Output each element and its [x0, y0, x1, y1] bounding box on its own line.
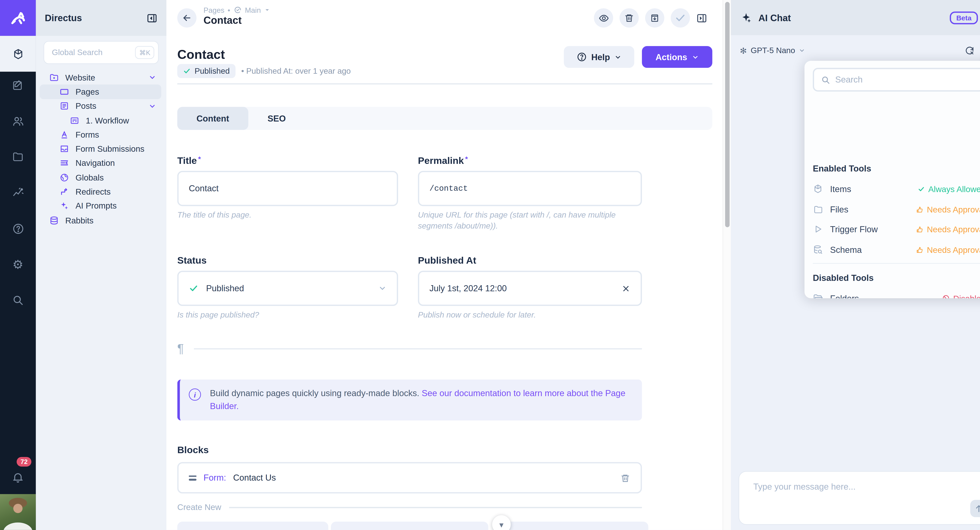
published-at-field-note: Publish now or schedule for later.: [418, 310, 536, 321]
save-button[interactable]: [671, 8, 690, 27]
right-panel-toggle[interactable]: [697, 13, 707, 24]
approval-hand-icon: [916, 205, 924, 213]
chevron-down-icon: [378, 284, 387, 293]
help-button[interactable]: Help: [564, 46, 634, 68]
main-scrollbar[interactable]: [723, 0, 731, 530]
folder-star-icon: [49, 73, 59, 82]
model-selector[interactable]: GPT-5 Nano: [751, 46, 795, 55]
redirect-icon: [60, 187, 69, 197]
users-icon: [12, 115, 24, 127]
create-block-card[interactable]: [177, 522, 328, 530]
disabled-tools-heading: Disabled Tools: [813, 273, 873, 283]
module-help[interactable]: [0, 216, 36, 241]
sidebar-item-forms[interactable]: Forms: [36, 127, 166, 142]
module-search[interactable]: [0, 287, 36, 313]
chat-message-box[interactable]: [738, 471, 980, 525]
tool-status: Needs Approval: [916, 224, 980, 234]
check-icon: [918, 185, 925, 192]
status-select[interactable]: Published: [177, 271, 398, 306]
sidebar-item-workflow[interactable]: 1. Workflow: [36, 113, 166, 127]
tool-status: Needs Approval: [916, 245, 980, 255]
page-header: Pages • Main Contact: [166, 0, 723, 36]
sidebar-header: Directus: [36, 0, 166, 36]
module-content-active[interactable]: [0, 36, 36, 72]
cube-icon: [12, 48, 24, 60]
eye-icon: [598, 13, 609, 24]
page-title: Contact: [204, 15, 270, 26]
chevron-down-icon: [149, 74, 156, 81]
sidebar-item-navigation[interactable]: Navigation: [36, 156, 166, 170]
ai-chat-header: AI Chat Beta: [731, 0, 980, 35]
actions-button[interactable]: Actions: [642, 46, 712, 68]
info-icon: i: [189, 388, 201, 401]
search-icon: [821, 75, 830, 84]
global-search-input[interactable]: [52, 48, 135, 57]
notifications-button[interactable]: 72: [0, 465, 36, 490]
model-row: ✻ GPT-5 Nano ⚙: [731, 42, 980, 59]
arrow-down-icon: ▼: [498, 520, 505, 528]
sidebar-item-website[interactable]: Website: [36, 70, 166, 85]
create-block-card[interactable]: [500, 522, 648, 530]
schema-icon: [813, 244, 823, 255]
sidebar-item-ai-prompts[interactable]: AI Prompts: [36, 199, 166, 213]
user-avatar[interactable]: [0, 494, 36, 530]
sidebar-item-redirects[interactable]: Redirects: [36, 185, 166, 199]
tab-content[interactable]: Content: [177, 107, 248, 130]
permalink-input[interactable]: /contact: [418, 171, 642, 206]
tools-search[interactable]: [813, 68, 980, 92]
delete-button[interactable]: [620, 8, 639, 27]
sidebar-item-posts[interactable]: Posts: [36, 99, 166, 113]
create-block-card[interactable]: [331, 522, 488, 530]
module-users[interactable]: [0, 108, 36, 134]
preview-button[interactable]: [594, 8, 613, 27]
sidebar-item-rabbits[interactable]: Rabbits: [36, 213, 166, 228]
approval-hand-icon: [916, 225, 924, 233]
header-divider: [177, 83, 712, 84]
project-title: Directus: [45, 13, 146, 23]
module-editor[interactable]: [0, 72, 36, 98]
caret-down-icon: [264, 7, 270, 13]
chat-input[interactable]: [753, 482, 964, 518]
tool-row-files[interactable]: Files Needs Approval: [813, 202, 980, 217]
drag-handle-icon[interactable]: [189, 475, 196, 480]
send-button[interactable]: [970, 500, 980, 517]
published-at-input[interactable]: July 1st, 2024 12:00: [418, 271, 642, 306]
remove-block-button[interactable]: [620, 473, 630, 483]
tools-search-input[interactable]: [835, 75, 976, 84]
clear-history-button[interactable]: [964, 46, 975, 56]
enabled-tools-heading: Enabled Tools: [813, 164, 871, 173]
block-row[interactable]: Form: Contact Us: [177, 462, 642, 493]
tool-row-items[interactable]: Items Always Allowed: [813, 181, 980, 196]
directus-logo[interactable]: [0, 0, 36, 36]
block-title: Contact Us: [233, 473, 276, 482]
breadcrumb[interactable]: Pages • Main: [204, 6, 270, 14]
arrow-up-icon: [974, 504, 980, 513]
module-files[interactable]: [0, 144, 36, 170]
global-search[interactable]: ⌘K: [43, 41, 159, 64]
sidebar-item-form-submissions[interactable]: Form Submissions: [36, 142, 166, 156]
module-insights[interactable]: [0, 180, 36, 205]
tab-bar: Content SEO: [177, 107, 712, 130]
sidebar-item-pages[interactable]: Pages: [40, 85, 161, 99]
back-button[interactable]: [177, 8, 196, 27]
chevron-down-icon: [614, 54, 622, 60]
tool-row-schema[interactable]: Schema Needs Approval: [813, 242, 980, 257]
scroll-down-button[interactable]: ▼: [492, 515, 511, 530]
collapse-sidebar-icon[interactable]: [146, 13, 158, 24]
gear-icon: ⚙: [13, 258, 24, 271]
edit-icon: [12, 80, 24, 91]
title-input[interactable]: Contact: [177, 171, 398, 206]
tab-seo[interactable]: SEO: [248, 107, 305, 130]
beta-badge: Beta: [950, 11, 978, 24]
tool-row-trigger-flow[interactable]: Trigger Flow Needs Approval: [813, 221, 980, 237]
main-content: Pages • Main Contact: [166, 0, 723, 530]
tool-row-folders[interactable]: Folders Disabled: [813, 290, 980, 298]
scrollbar-thumb[interactable]: [725, 2, 730, 227]
sidebar-item-globals[interactable]: Globals: [36, 170, 166, 185]
chevron-down-icon: [799, 48, 805, 54]
status-field-label: Status: [177, 255, 207, 266]
clear-date-button[interactable]: [622, 284, 630, 293]
trash-icon: [620, 473, 630, 483]
archive-button[interactable]: [645, 8, 664, 27]
module-settings[interactable]: ⚙: [0, 251, 36, 277]
